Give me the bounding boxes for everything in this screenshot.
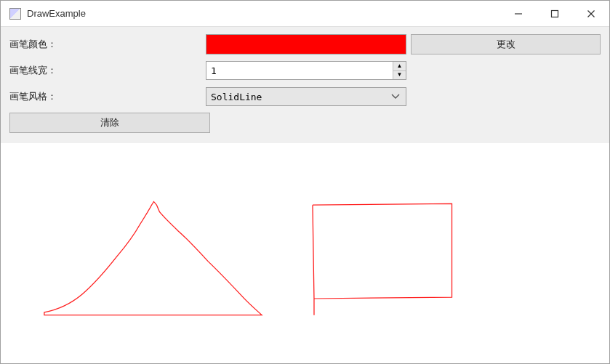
change-button-label: 更改 bbox=[497, 38, 515, 51]
change-button[interactable]: 更改 bbox=[411, 34, 601, 54]
close-button[interactable] bbox=[573, 1, 609, 26]
minimize-button[interactable] bbox=[500, 1, 537, 26]
combo-arrow bbox=[390, 94, 401, 100]
row-pen-style: 画笔风格： SolidLine bbox=[9, 86, 601, 107]
chevron-down-icon: ▼ bbox=[397, 72, 403, 78]
stroke-rect bbox=[313, 203, 452, 315]
label-pen-width: 画笔线宽： bbox=[9, 64, 206, 77]
clear-button[interactable]: 清除 bbox=[9, 113, 210, 133]
stroke-triangle bbox=[44, 201, 262, 315]
row-pen-width: 画笔线宽： 1 ▲ ▼ bbox=[9, 60, 601, 81]
row-pen-color: 画笔颜色： 更改 bbox=[9, 34, 601, 54]
window-title: DrawExample bbox=[27, 8, 500, 19]
app-window: DrawExample 画笔颜色： 更改 bbox=[0, 0, 610, 364]
width-value[interactable]: 1 bbox=[206, 62, 393, 79]
controls-panel: 画笔颜色： 更改 画笔线宽： 1 ▲ bbox=[1, 27, 609, 143]
app-icon bbox=[9, 8, 21, 20]
svg-rect-1 bbox=[552, 10, 558, 17]
label-pen-style: 画笔风格： bbox=[9, 90, 206, 103]
spin-down-button[interactable]: ▼ bbox=[393, 71, 406, 80]
row-clear: 清除 bbox=[9, 113, 601, 133]
chevron-up-icon: ▲ bbox=[397, 63, 403, 69]
canvas-svg bbox=[1, 143, 609, 363]
label-pen-color: 画笔颜色： bbox=[9, 38, 206, 51]
clear-button-label: 清除 bbox=[100, 116, 119, 129]
style-value: SolidLine bbox=[211, 92, 390, 102]
maximize-button[interactable] bbox=[537, 1, 573, 26]
color-display bbox=[206, 34, 406, 54]
drawing-canvas[interactable] bbox=[1, 143, 609, 363]
style-combobox[interactable]: SolidLine bbox=[206, 87, 406, 106]
spin-up-button[interactable]: ▲ bbox=[393, 62, 406, 71]
width-spinbox[interactable]: 1 ▲ ▼ bbox=[206, 61, 406, 80]
window-controls bbox=[500, 1, 609, 26]
titlebar[interactable]: DrawExample bbox=[1, 1, 609, 27]
spin-buttons: ▲ ▼ bbox=[393, 62, 406, 79]
